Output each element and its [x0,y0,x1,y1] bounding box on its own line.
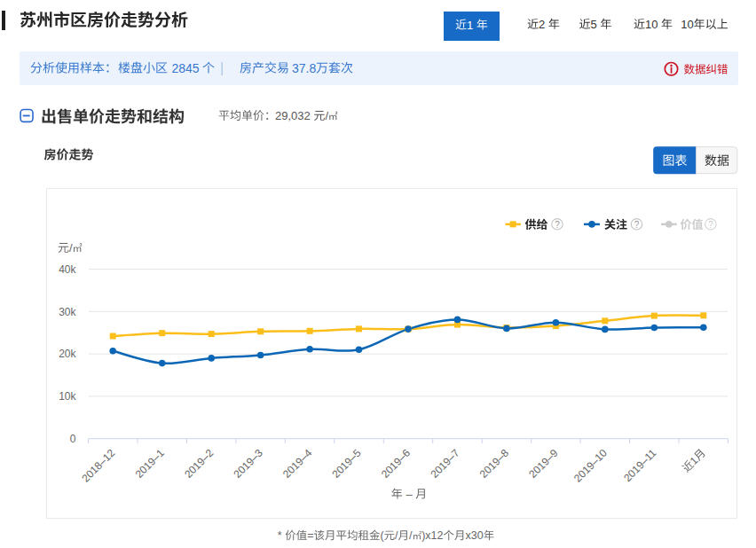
svg-text:40k: 40k [59,263,76,276]
svg-text:–: – [403,488,415,501]
svg-text:2845: 2845 [172,61,200,75]
svg-text:/: / [325,109,328,122]
svg-text:37.8: 37.8 [292,61,316,75]
svg-text:/: / [395,529,398,542]
svg-text:)x12: )x12 [421,529,443,542]
svg-text:x30: x30 [466,529,484,542]
svg-text:(: ( [381,529,385,542]
svg-text:5: 5 [591,18,601,31]
svg-text:20k: 20k [59,348,76,360]
svg-text:30k: 30k [59,306,76,318]
svg-text:*: * [278,529,285,542]
svg-text:2: 2 [539,18,548,31]
svg-text:10k: 10k [59,390,76,403]
svg-text:?: ? [708,220,713,230]
svg-text:=: = [307,529,313,542]
svg-text:10: 10 [681,18,693,31]
svg-text:?: ? [634,220,640,230]
svg-text:29,032: 29,032 [275,109,313,122]
svg-text:?: ? [555,220,560,230]
svg-text:1: 1 [467,19,476,32]
svg-text:0: 0 [70,433,76,445]
svg-text:10: 10 [645,18,661,31]
svg-text:/: / [409,529,413,542]
svg-text:/: / [69,241,73,254]
